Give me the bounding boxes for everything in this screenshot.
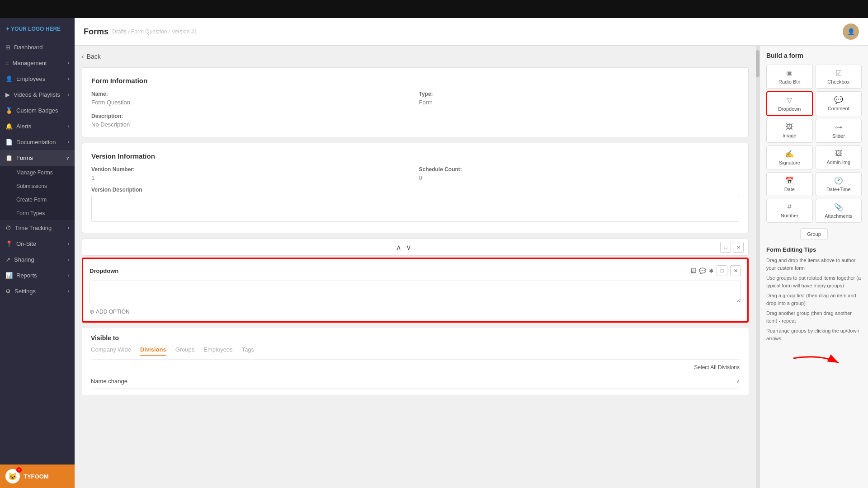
schedule-count-label: Schedule Count: bbox=[419, 166, 740, 173]
dropdown-input[interactable] bbox=[90, 281, 741, 303]
sidebar-item-management[interactable]: ≡ Management › bbox=[0, 55, 75, 71]
sidebar-item-alerts[interactable]: 🔔 Alerts › bbox=[0, 118, 75, 134]
chevron-icon: › bbox=[68, 76, 69, 81]
sidebar-item-label: On-Site bbox=[16, 240, 36, 247]
select-all-row: Select All Divisions bbox=[91, 364, 740, 371]
division-name: Name change bbox=[91, 378, 127, 385]
section-arrows-row: ∧ ∨ □ ✕ bbox=[82, 239, 749, 256]
builder-date-time[interactable]: 🕐 Date+Time bbox=[816, 172, 862, 196]
sidebar-item-videos[interactable]: ▶ Videos & Playlists › bbox=[0, 87, 75, 103]
sidebar-item-custom-badges[interactable]: 🏅 Custom Badges bbox=[0, 103, 75, 118]
scrollbar-track[interactable] bbox=[756, 46, 760, 488]
number-icon: # bbox=[788, 203, 792, 211]
sidebar-bottom[interactable]: 🐱 7 TYFOOM bbox=[0, 465, 75, 488]
sidebar-sub-create-form[interactable]: Create Form bbox=[0, 193, 75, 206]
sidebar-item-label: Employees bbox=[16, 75, 45, 82]
sidebar-item-documentation[interactable]: 📄 Documentation › bbox=[0, 134, 75, 150]
close-section-button[interactable]: ✕ bbox=[733, 242, 744, 253]
version-desc-field: Version Description bbox=[91, 187, 739, 224]
sidebar: ✦ YOUR LOGO HERE ⊞ Dashboard ≡ Managemen… bbox=[0, 18, 75, 488]
signature-label: Signature bbox=[779, 160, 800, 165]
signature-icon: ✍ bbox=[785, 150, 794, 158]
close-dropdown-button[interactable]: ✕ bbox=[730, 265, 741, 276]
version-number-value: 1 bbox=[91, 174, 412, 181]
scrollbar-thumb[interactable] bbox=[756, 50, 760, 77]
chevron-icon: › bbox=[68, 225, 69, 230]
arrows-center: ∧ ∨ bbox=[87, 243, 720, 252]
sidebar-item-sharing[interactable]: ↗ Sharing › bbox=[0, 252, 75, 267]
chevron-icon: › bbox=[68, 257, 69, 262]
chevron-icon: › bbox=[68, 273, 69, 278]
asterisk-icon[interactable]: ✱ bbox=[709, 267, 714, 274]
group-label: Group bbox=[807, 231, 821, 237]
sidebar-bottom-label: TYFOOM bbox=[24, 473, 49, 480]
tab-employees[interactable]: Employees bbox=[203, 346, 232, 356]
image-icon[interactable]: 🖼 bbox=[690, 267, 696, 274]
visible-to-card: Visible to Company Wide Divisions Groups… bbox=[82, 328, 749, 395]
form-info-grid: Name: Form Question Type: Form Descripti… bbox=[91, 91, 739, 128]
time-icon: ⏱ bbox=[5, 225, 11, 231]
desc-field: Description: No Description bbox=[91, 113, 412, 128]
badges-icon: 🏅 bbox=[5, 107, 13, 114]
date-time-icon: 🕐 bbox=[834, 176, 843, 185]
chevron-icon: ∨ bbox=[66, 155, 69, 160]
tab-tags[interactable]: Tags bbox=[242, 346, 254, 356]
version-info-title: Version Information bbox=[91, 152, 739, 160]
tab-company-wide[interactable]: Company Wide bbox=[91, 346, 131, 356]
add-icon: ⊕ bbox=[90, 309, 94, 315]
builder-radio-btn[interactable]: ◉ Radio Btn bbox=[766, 65, 813, 89]
builder-slider[interactable]: ⊶ Slider bbox=[816, 119, 862, 143]
sidebar-item-forms[interactable]: 📋 Forms ∨ bbox=[0, 150, 75, 166]
sidebar-item-on-site[interactable]: 📍 On-Site › bbox=[0, 236, 75, 252]
forms-icon: 📋 bbox=[5, 155, 13, 161]
comment-icon[interactable]: 💬 bbox=[699, 267, 706, 274]
back-button[interactable]: ‹ Back bbox=[82, 53, 749, 60]
tips-text: Drag and drop the items above to author … bbox=[766, 257, 862, 345]
sidebar-item-dashboard[interactable]: ⊞ Dashboard bbox=[0, 39, 75, 55]
slider-label: Slider bbox=[832, 133, 845, 139]
tab-groups[interactable]: Groups bbox=[175, 346, 195, 356]
add-option-label: ADD OPTION bbox=[96, 309, 130, 315]
builder-date[interactable]: 📅 Date bbox=[766, 172, 813, 196]
builder-dropdown[interactable]: ▽ Dropdown bbox=[766, 91, 813, 116]
sidebar-item-settings[interactable]: ⚙ Settings › bbox=[0, 283, 75, 299]
builder-group[interactable]: Group bbox=[800, 228, 828, 240]
version-desc-textarea[interactable] bbox=[91, 195, 739, 222]
add-option-button[interactable]: ⊕ ADD OPTION bbox=[90, 309, 741, 315]
breadcrumb: Drafts / Form Question / Version #1 bbox=[112, 28, 197, 35]
select-all-button[interactable]: Select All Divisions bbox=[694, 364, 740, 371]
sidebar-sub-form-types[interactable]: Form Types bbox=[0, 206, 75, 220]
sidebar-item-time-tracking[interactable]: ⏱ Time Tracking › bbox=[0, 220, 75, 236]
builder-attachments[interactable]: 📎 Attachments bbox=[816, 199, 862, 223]
expand-button[interactable]: □ bbox=[720, 242, 731, 253]
tab-divisions[interactable]: Divisions bbox=[140, 346, 166, 356]
builder-image[interactable]: 🖼 Image bbox=[766, 119, 813, 143]
tip-4: Drag another group (then drag another it… bbox=[766, 310, 862, 324]
dashboard-icon: ⊞ bbox=[5, 44, 10, 51]
builder-checkbox[interactable]: ☑ Checkbox bbox=[816, 65, 862, 89]
chevron-icon: › bbox=[68, 61, 69, 66]
sidebar-item-reports[interactable]: 📊 Reports › bbox=[0, 267, 75, 283]
sidebar-logo: ✦ YOUR LOGO HERE bbox=[0, 18, 75, 39]
division-row[interactable]: Name change ∨ bbox=[91, 374, 740, 389]
sidebar-item-label: Alerts bbox=[16, 123, 31, 130]
expand-dropdown-button[interactable]: □ bbox=[717, 265, 727, 276]
comment-label: Comment bbox=[828, 106, 849, 111]
main-content: Forms Drafts / Form Question / Version #… bbox=[75, 18, 868, 488]
comment-builder-icon: 💬 bbox=[834, 95, 843, 104]
top-bar bbox=[0, 0, 868, 18]
builder-comment[interactable]: 💬 Comment bbox=[816, 91, 862, 116]
sidebar-sub-manage-forms[interactable]: Manage Forms bbox=[0, 166, 75, 179]
move-up-icon[interactable]: ∧ bbox=[396, 243, 401, 252]
sidebar-sub-submissions[interactable]: Submissions bbox=[0, 179, 75, 193]
builder-admin-img[interactable]: 🖼 Admin Img bbox=[816, 145, 862, 169]
move-down-icon[interactable]: ∨ bbox=[406, 243, 411, 252]
dropdown-label: Dropdown bbox=[778, 106, 801, 112]
sidebar-item-employees[interactable]: 👤 Employees › bbox=[0, 71, 75, 87]
builder-signature[interactable]: ✍ Signature bbox=[766, 145, 813, 169]
desc-label: Description: bbox=[91, 113, 412, 119]
builder-number[interactable]: # Number bbox=[766, 199, 813, 223]
sidebar-item-label: Settings bbox=[14, 288, 36, 295]
right-panel: Build a form ◉ Radio Btn ☑ Checkbox ▽ Dr… bbox=[760, 46, 868, 488]
chevron-icon: › bbox=[68, 140, 69, 145]
